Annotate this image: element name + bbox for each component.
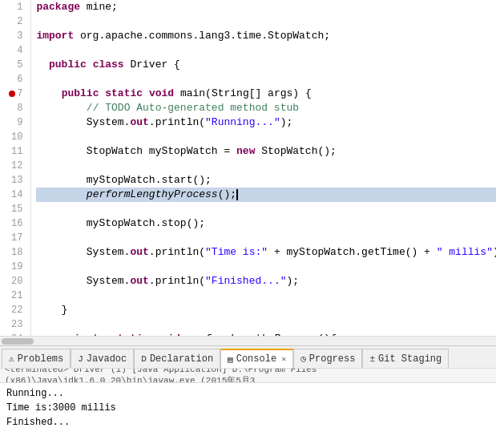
code-line-4 xyxy=(36,43,496,58)
tab-console[interactable]: ▤Console✕ xyxy=(220,349,293,368)
code-line-6 xyxy=(36,72,496,87)
line-number-4: 4 xyxy=(3,43,26,58)
line-number-7: 7 xyxy=(3,87,26,101)
code-line-16: myStopWatch.stop(); xyxy=(36,216,496,231)
console-line: Time is:3000 millis xyxy=(6,401,490,415)
code-line-19 xyxy=(36,260,496,274)
line-number-16: 16 xyxy=(3,216,26,231)
line-number-1: 1 xyxy=(3,0,26,14)
line-numbers: 1234567891011121314151617181920212223242… xyxy=(0,0,31,336)
code-editor: 1234567891011121314151617181920212223242… xyxy=(0,0,496,345)
code-line-20: System.out.println("Finished..."); xyxy=(36,274,496,289)
console-output: Running...Time is:3000 millisFinished... xyxy=(0,383,496,433)
tab-close-console[interactable]: ✕ xyxy=(281,354,286,364)
code-line-11: StopWatch myStopWatch = new StopWatch(); xyxy=(36,144,496,159)
console-icon: ▤ xyxy=(228,354,233,365)
bottom-tabs-bar: ⚠ProblemsJJavadocDDeclaration▤Console✕◷P… xyxy=(0,345,496,368)
line-number-18: 18 xyxy=(3,245,26,260)
code-line-21 xyxy=(36,289,496,303)
console-area: <terminated> Driver (1) [Java Applicatio… xyxy=(0,368,496,448)
code-line-2 xyxy=(36,14,496,29)
code-line-8: // TODO Auto-generated method stub xyxy=(36,101,496,115)
tab-problems[interactable]: ⚠Problems xyxy=(2,349,71,368)
line-number-15: 15 xyxy=(3,202,26,216)
code-lines-container: 1234567891011121314151617181920212223242… xyxy=(0,0,496,336)
line-number-3: 3 xyxy=(3,29,26,43)
line-number-23: 23 xyxy=(3,317,26,332)
code-line-22: } xyxy=(36,303,496,317)
code-line-14: performLengthyProcess(); xyxy=(36,188,496,202)
code-line-5: public class Driver { xyxy=(36,58,496,72)
line-number-14: 14 xyxy=(3,188,26,202)
line-number-12: 12 xyxy=(3,159,26,173)
line-number-10: 10 xyxy=(3,130,26,144)
tab-label-console: Console xyxy=(236,353,276,365)
line-number-2: 2 xyxy=(3,14,26,29)
tab-label-gitstaging: Git Staging xyxy=(378,353,442,365)
code-line-1: package mine; xyxy=(36,0,496,14)
console-line: Finished... xyxy=(6,415,490,430)
line-number-5: 5 xyxy=(3,58,26,72)
scrollbar-thumb[interactable] xyxy=(2,338,34,345)
code-line-12 xyxy=(36,159,496,173)
line-number-8: 8 xyxy=(3,101,26,115)
tab-label-progress: Progress xyxy=(309,353,356,365)
line-number-13: 13 xyxy=(3,173,26,188)
tab-label-problems: Problems xyxy=(18,353,64,365)
line-number-17: 17 xyxy=(3,231,26,245)
line-number-11: 11 xyxy=(3,144,26,159)
line-number-22: 22 xyxy=(3,303,26,317)
code-line-10 xyxy=(36,130,496,144)
code-line-15 xyxy=(36,202,496,216)
line-number-21: 21 xyxy=(3,289,26,303)
code-line-7: public static void main(String[] args) { xyxy=(36,87,496,101)
tab-label-javadoc: Javadoc xyxy=(87,353,127,365)
tab-progress[interactable]: ◷Progress xyxy=(293,349,362,368)
tab-gitstaging[interactable]: ±Git Staging xyxy=(362,349,449,368)
problems-icon: ⚠ xyxy=(9,353,14,364)
line-number-9: 9 xyxy=(3,115,26,130)
gitstaging-icon: ± xyxy=(369,354,375,364)
code-line-9: System.out.println("Running..."); xyxy=(36,115,496,130)
code-content[interactable]: package mine; import org.apache.commons.… xyxy=(31,0,496,336)
code-line-3: import org.apache.commons.lang3.time.Sto… xyxy=(36,29,496,43)
declaration-icon: D xyxy=(141,354,147,364)
tab-declaration[interactable]: DDeclaration xyxy=(134,349,220,368)
horizontal-scrollbar[interactable] xyxy=(0,336,496,345)
line-number-6: 6 xyxy=(3,72,26,87)
console-line: Running... xyxy=(6,386,490,401)
console-header: <terminated> Driver (1) [Java Applicatio… xyxy=(0,369,496,383)
tab-label-declaration: Declaration xyxy=(150,353,213,365)
code-line-13: myStopWatch.start(); xyxy=(36,173,496,188)
tab-javadoc[interactable]: JJavadoc xyxy=(71,349,134,368)
breakpoint-dot xyxy=(9,91,15,97)
code-line-18: System.out.println("Time is:" + myStopWa… xyxy=(36,245,496,260)
line-number-19: 19 xyxy=(3,260,26,274)
code-line-23 xyxy=(36,317,496,332)
line-number-20: 20 xyxy=(3,274,26,289)
javadoc-icon: J xyxy=(78,354,83,364)
code-line-17 xyxy=(36,231,496,245)
progress-icon: ◷ xyxy=(300,353,306,364)
